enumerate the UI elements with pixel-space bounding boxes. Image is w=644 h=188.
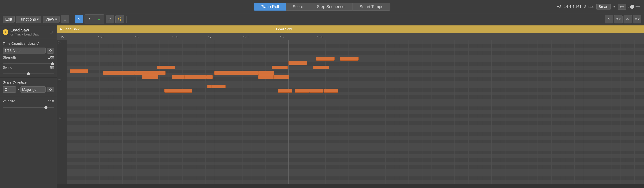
- midi-note[interactable]: [103, 71, 119, 75]
- arrow-drop-tool[interactable]: ↖▾: [614, 15, 622, 23]
- sub-line: [625, 40, 626, 184]
- sub-line: [334, 40, 335, 184]
- midi-note[interactable]: [288, 61, 307, 65]
- sub-line: [408, 40, 408, 184]
- view-menu[interactable]: View ▾: [43, 16, 60, 23]
- color-circle: [630, 5, 634, 9]
- piano-roll-area: ▶ Lead Saw Lead Saw 15 15 3 16 16 3 17 1…: [57, 25, 644, 188]
- midi-note[interactable]: [273, 75, 289, 79]
- strength-slider[interactable]: [3, 63, 54, 64]
- arrow-tool[interactable]: ↖: [605, 15, 613, 23]
- ruler-mark-15: 15: [60, 35, 64, 39]
- timeline-ruler: 15 15 3 16 16 3 17 17 3 18 18 3: [57, 33, 644, 40]
- midi-note[interactable]: [150, 71, 166, 75]
- functions-menu[interactable]: Functions ▾: [16, 16, 42, 23]
- velocity-slider[interactable]: [3, 107, 54, 108]
- grid-row: [67, 118, 644, 121]
- arrow-drop-icon: ↖▾: [616, 17, 621, 21]
- toggle-icon-2[interactable]: ↕: [628, 4, 629, 9]
- midi-note[interactable]: [272, 66, 288, 69]
- collapse-button[interactable]: ⊟: [61, 15, 69, 23]
- grid-lines: [67, 40, 644, 184]
- note-value-select[interactable]: 1/16 Note: [3, 47, 46, 54]
- scale-quantize-section: Scale Quantize Off ▾ Major (lo... Q: [0, 78, 57, 96]
- region-icon: ▶: [60, 27, 62, 31]
- pointer-tool[interactable]: ↖: [75, 15, 83, 23]
- snap-chevron-icon[interactable]: ▾: [613, 4, 615, 9]
- transform-tool[interactable]: ⊕: [106, 15, 114, 23]
- sub-line: [487, 40, 487, 184]
- toggle-icon-1[interactable]: ⟺: [618, 4, 626, 9]
- midi-note[interactable]: [258, 75, 274, 79]
- grid-row: [67, 106, 644, 110]
- sub-line: [164, 40, 164, 184]
- sub-line: [464, 40, 464, 184]
- quantize-button[interactable]: Q: [47, 48, 54, 54]
- functions-label: Functions: [18, 17, 36, 21]
- midi-note[interactable]: [70, 69, 88, 73]
- midi-note[interactable]: [244, 71, 260, 75]
- midi-note[interactable]: [192, 75, 207, 79]
- grid-area: C4 C3 C2: [57, 40, 644, 184]
- link-toggle[interactable]: ⟺: [635, 4, 641, 9]
- midi-note[interactable]: [172, 75, 186, 79]
- midi-note[interactable]: [178, 89, 192, 93]
- eraser-tool[interactable]: ✏: [624, 15, 632, 23]
- right-tools: ↖ ↖▾ ✏ ✏▾: [605, 15, 641, 23]
- beat-line: [86, 40, 86, 184]
- tab-score[interactable]: Score: [286, 3, 310, 10]
- grid-row: [67, 40, 644, 44]
- midi-note[interactable]: [164, 89, 178, 93]
- piano-keys: C4 C3 C2: [57, 40, 67, 184]
- scale-value-select[interactable]: Major (lo...: [20, 86, 46, 93]
- sub-line: [427, 40, 427, 184]
- grid-row: [67, 129, 644, 132]
- green-tool[interactable]: ●: [95, 15, 103, 23]
- tab-step-sequencer[interactable]: Step Sequencer: [310, 3, 353, 10]
- playhead: [149, 40, 149, 184]
- time-sig-display: 14 4 4 161: [564, 4, 582, 9]
- midi-note[interactable]: [324, 89, 338, 93]
- midi-note[interactable]: [214, 71, 230, 75]
- sub-line: [182, 40, 183, 184]
- grid-row: [67, 158, 644, 162]
- sub-line: [173, 40, 174, 184]
- midi-note[interactable]: [295, 89, 309, 93]
- grid-row: [67, 154, 644, 158]
- note-grid[interactable]: [67, 40, 644, 184]
- midi-note[interactable]: [142, 75, 158, 79]
- link-tool[interactable]: ⛓: [116, 15, 124, 23]
- sub-line: [413, 40, 413, 184]
- sub-line: [394, 40, 395, 184]
- midi-note[interactable]: [340, 57, 358, 61]
- midi-note[interactable]: [230, 71, 246, 75]
- midi-note[interactable]: [309, 89, 324, 93]
- grid-row: [67, 180, 644, 184]
- midi-note[interactable]: [278, 89, 292, 93]
- snap-value[interactable]: Smart: [596, 4, 611, 10]
- strength-label: Strength: [3, 55, 16, 59]
- midi-note[interactable]: [134, 71, 150, 75]
- region-name: Lead Saw: [64, 27, 79, 31]
- scale-off-select[interactable]: Off: [3, 86, 16, 93]
- midi-note[interactable]: [211, 85, 226, 88]
- edit-menu[interactable]: Edit: [3, 16, 14, 23]
- track-sub: on Track Lead Saw: [10, 32, 46, 36]
- cycle-record-tool[interactable]: ⟲: [86, 15, 94, 23]
- tab-smart-tempo[interactable]: Smart Tempo: [353, 3, 390, 10]
- eraser-drop-tool[interactable]: ✏▾: [633, 15, 641, 23]
- midi-note[interactable]: [313, 66, 329, 69]
- midi-note[interactable]: [316, 57, 334, 61]
- midi-note[interactable]: [119, 71, 135, 75]
- scrollbar-area[interactable]: [57, 184, 644, 188]
- scale-quantize-button[interactable]: Q: [47, 87, 54, 92]
- tab-piano-roll[interactable]: Piano Roll: [254, 3, 286, 10]
- midi-note[interactable]: [258, 71, 274, 75]
- swing-value: 50: [50, 65, 54, 69]
- sub-line: [312, 40, 312, 184]
- sub-line: [279, 40, 280, 184]
- sub-line: [404, 40, 404, 184]
- swing-slider[interactable]: [3, 73, 54, 74]
- midi-note[interactable]: [157, 66, 175, 69]
- track-resize-icon[interactable]: ⊡: [48, 29, 54, 35]
